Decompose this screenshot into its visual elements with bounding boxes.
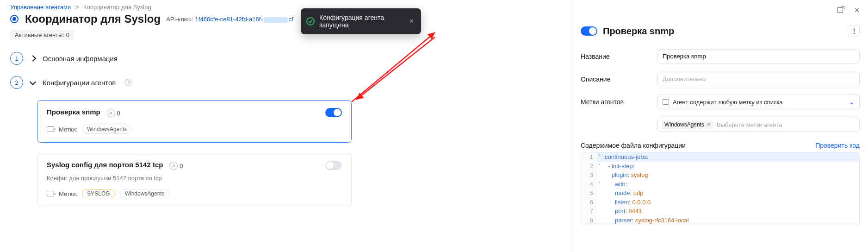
config-agents-count: 0 [169, 162, 183, 170]
tag-chip[interactable]: SYSLOG [82, 189, 115, 198]
config-card-snmp[interactable]: Проверка snmp 0 Метки: WindowsAgents [37, 100, 352, 143]
label-agent-tags: Метки агентов [581, 98, 650, 106]
agent-icon [169, 162, 178, 170]
chevron-down-icon [30, 78, 36, 85]
chevron-down-icon: ⌄ [849, 98, 855, 106]
config-name: Syslog config для портов 5142 tcp [47, 161, 163, 169]
config-card-syslog-5142[interactable]: Syslog config для портов 5142 tcp 0 Конф… [37, 153, 352, 207]
section-agent-configs[interactable]: 2 Конфигурации агентов ? [10, 76, 411, 89]
panel-menu-button[interactable]: ⋮ [848, 25, 860, 37]
toast-close-button[interactable]: × [409, 18, 414, 25]
tag-placeholder: Выберите метки агента [717, 121, 782, 128]
code-editor[interactable]: 1˅continuous-jobs: 2˅ - init-step: 3 plu… [581, 152, 860, 225]
label-description: Описание [581, 76, 650, 83]
config-toggle[interactable] [325, 108, 342, 117]
page-title: Координатор для Syslog [25, 13, 161, 25]
tags-label: Метки: [59, 190, 77, 197]
tag-mode-text: Агент содержит любую метку из списка [673, 99, 783, 106]
close-panel-button[interactable]: × [852, 6, 862, 15]
config-agents-count: 0 [107, 109, 120, 117]
description-input[interactable] [657, 72, 860, 86]
verify-code-button[interactable]: Проверить код [815, 142, 860, 149]
api-key-masked [264, 17, 288, 23]
selected-tag-chip[interactable]: WindowsAgents × [662, 120, 713, 129]
config-toggle[interactable] [325, 161, 342, 170]
tag-mode-icon [663, 99, 669, 105]
remove-tag-button[interactable]: × [707, 121, 710, 128]
name-input[interactable] [657, 49, 860, 63]
config-description: Конфиг для прослушки 5142 порта по tcp [47, 175, 342, 182]
tag-chip[interactable]: WindowsAgents [120, 189, 170, 198]
tags-label: Метки: [59, 126, 77, 133]
agent-icon [107, 109, 115, 117]
label-name: Название [581, 53, 650, 60]
config-name: Проверка snmp [47, 108, 100, 116]
section-basic-info[interactable]: 1 Основная информация [10, 52, 411, 65]
api-key-value[interactable]: 1f460cfe-ce81-42fd-a16f-cf [195, 16, 293, 23]
toast-success: Конфигурация агента запущена × [301, 8, 421, 34]
api-key-label: API-ключ: [166, 16, 193, 23]
tag-icon [47, 126, 54, 132]
breadcrumb-sep: > [73, 4, 82, 11]
tag-icon [47, 191, 54, 196]
toast-text: Конфигурация агента запущена [319, 14, 400, 29]
maximize-icon [837, 7, 843, 13]
help-icon[interactable]: ? [125, 79, 132, 86]
tag-mode-select[interactable]: Агент содержит любую метку из списка ⌄ [657, 94, 860, 109]
breadcrumb-current: Координатор для Syslog [83, 4, 151, 11]
tag-multiselect[interactable]: WindowsAgents × Выберите метки агента [657, 118, 860, 132]
breadcrumb-root[interactable]: Управление агентами [10, 4, 71, 11]
tag-chip[interactable]: WindowsAgents [82, 125, 132, 134]
panel-title: Проверка snmp [603, 26, 674, 37]
section-1-title: Основная информация [43, 55, 118, 63]
step-2-circle: 2 [10, 76, 23, 89]
maximize-button[interactable] [836, 6, 845, 15]
active-agents-badge: Активные агенты: 0 [10, 30, 74, 40]
panel-enable-toggle[interactable] [581, 26, 597, 36]
status-bullet-icon [10, 15, 19, 23]
chevron-right-icon [30, 55, 36, 62]
section-2-title: Конфигурации агентов [43, 79, 116, 87]
check-circle-icon [306, 17, 315, 25]
config-file-label: Содержимое файла конфигурации [581, 142, 686, 149]
step-1-circle: 1 [10, 52, 23, 65]
